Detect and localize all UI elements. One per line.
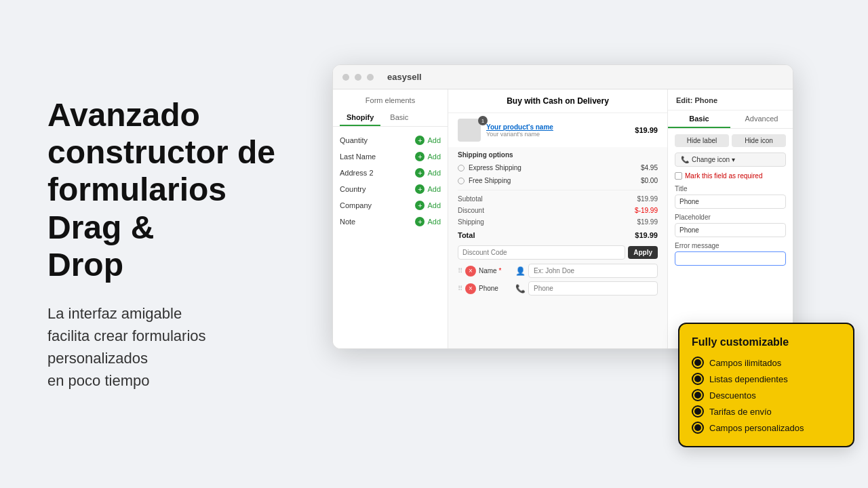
add-icon: + <box>415 201 425 210</box>
sub-text: La interfaz amigable facilita crear form… <box>47 302 278 392</box>
add-icon: + <box>415 136 425 145</box>
person-icon: 👤 <box>515 266 526 276</box>
phone-field-row: ⠿ × Phone 📞 <box>458 281 658 296</box>
browser-dot-3 <box>367 74 374 81</box>
browser-content: Form elements Shopify Basic Quantity + A… <box>333 89 793 348</box>
check-icon <box>692 357 704 369</box>
name-field-input[interactable] <box>528 264 658 278</box>
title-label: Title <box>675 185 786 192</box>
phone-field-input[interactable] <box>528 281 658 296</box>
add-company-button[interactable]: Add <box>427 201 441 209</box>
form-tabs: Shopify Basic <box>333 110 448 127</box>
list-item: Tarifas de envío <box>692 405 841 418</box>
phone-icon: 📞 <box>515 284 526 293</box>
delete-phone-button[interactable]: × <box>465 283 476 294</box>
product-variant: Your variant's name <box>486 131 629 138</box>
list-item: Listas dependientes <box>692 373 841 385</box>
main-heading: Avanzado constructor de formularios Drag… <box>47 96 278 283</box>
apply-button[interactable]: Apply <box>628 246 658 259</box>
required-label: Mark this field as required <box>685 172 763 180</box>
left-section: Avanzado constructor de formularios Drag… <box>0 56 319 432</box>
product-badge: 1 <box>478 116 488 125</box>
edit-body: Hide label Hide icon 📞 Change icon ▾ Mar… <box>668 129 793 276</box>
list-item: Campos ilimitados <box>692 357 841 369</box>
custom-card: Fully customizable Campos ilimitados Lis… <box>678 323 854 447</box>
add-address2-button[interactable]: Add <box>427 169 441 177</box>
list-item: Descuentos <box>692 389 841 401</box>
divider <box>458 190 658 190</box>
product-row: 1 Your product's name Your variant's nam… <box>448 113 667 147</box>
placeholder-label: Placeholder <box>675 214 786 221</box>
browser-dot-1 <box>342 74 349 81</box>
subtotal-row: Subtotal $19.99 <box>448 193 667 205</box>
list-item: Company + Add <box>333 197 448 214</box>
add-lastname-button[interactable]: Add <box>427 152 441 161</box>
discount-input[interactable] <box>458 245 625 260</box>
error-input[interactable] <box>675 251 786 266</box>
add-country-button[interactable]: Add <box>427 185 441 193</box>
discount-row-summary: Discount $-19.99 <box>448 205 667 216</box>
hide-icon-button[interactable]: Hide icon <box>732 134 786 147</box>
btn-row: Hide label Hide icon <box>675 134 786 147</box>
list-item: Quantity + Add <box>333 132 448 148</box>
right-section: easysell Form elements Shopify Basic Qua… <box>319 0 868 488</box>
form-panel-title: Form elements <box>333 89 448 110</box>
list-item: Campos personalizados <box>692 422 841 434</box>
check-icon <box>692 405 704 418</box>
delete-name-button[interactable]: × <box>465 266 476 277</box>
list-item: Note + Add <box>333 214 448 230</box>
checkout-panel: Buy with Cash on Delivery 1 Your product… <box>448 89 667 348</box>
browser-window: easysell Form elements Shopify Basic Qua… <box>332 64 793 349</box>
shipping-option-express: Express Shipping $4.95 <box>448 161 667 174</box>
list-item: Address 2 + Add <box>333 165 448 181</box>
add-icon: + <box>415 168 425 178</box>
discount-code-row: Apply <box>458 245 658 260</box>
error-label: Error message <box>675 242 786 249</box>
change-icon-button[interactable]: 📞 Change icon ▾ <box>675 152 786 167</box>
placeholder-input[interactable] <box>675 223 786 237</box>
edit-tabs: Basic Advanced <box>668 110 793 129</box>
form-panel: Form elements Shopify Basic Quantity + A… <box>333 89 448 348</box>
edit-title: Edit: Phone <box>668 89 793 110</box>
browser-bar: easysell <box>333 65 793 89</box>
product-name: Your product's name <box>486 123 629 131</box>
tab-shopify[interactable]: Shopify <box>340 110 380 126</box>
app-title: easysell <box>387 72 422 82</box>
edit-panel: Edit: Phone Basic Advanced Hide label Hi… <box>667 89 793 348</box>
check-icon <box>692 389 704 401</box>
drag-handle[interactable]: ⠿ <box>458 285 462 292</box>
drag-handle[interactable]: ⠿ <box>458 267 462 274</box>
tab-basic[interactable]: Basic <box>383 110 415 126</box>
required-row: Mark this field as required <box>675 172 786 180</box>
tab-edit-basic[interactable]: Basic <box>668 110 730 128</box>
custom-list: Campos ilimitados Listas dependientes De… <box>692 357 841 434</box>
hide-label-button[interactable]: Hide label <box>675 134 729 147</box>
radio-express[interactable] <box>458 165 465 171</box>
tab-edit-advanced[interactable]: Advanced <box>730 110 793 128</box>
shipping-cost-row: Shipping $19.99 <box>448 216 667 228</box>
title-input[interactable] <box>675 195 786 209</box>
shipping-label: Shipping options <box>448 147 667 161</box>
add-icon: + <box>415 184 425 194</box>
add-icon: + <box>415 152 425 161</box>
product-image <box>458 119 481 142</box>
name-field-row: ⠿ × Name * 👤 <box>458 264 658 278</box>
check-icon <box>692 373 704 385</box>
add-icon: + <box>415 217 425 226</box>
checkout-header: Buy with Cash on Delivery <box>448 89 667 113</box>
phone-small-icon: 📞 <box>681 156 689 163</box>
radio-free[interactable] <box>458 178 465 184</box>
browser-dot-2 <box>355 74 361 81</box>
total-row: Total $19.99 <box>448 229 667 241</box>
shipping-option-free: Free Shipping $0.00 <box>448 174 667 187</box>
check-icon <box>692 422 704 434</box>
required-checkbox[interactable] <box>675 172 682 180</box>
list-item: Country + Add <box>333 181 448 197</box>
custom-card-title: Fully customizable <box>692 336 841 348</box>
product-info: Your product's name Your variant's name <box>486 123 629 138</box>
product-price: $19.99 <box>635 126 658 134</box>
list-item: Last Name + Add <box>333 148 448 165</box>
add-note-button[interactable]: Add <box>427 218 441 226</box>
add-quantity-button[interactable]: Add <box>427 136 441 144</box>
